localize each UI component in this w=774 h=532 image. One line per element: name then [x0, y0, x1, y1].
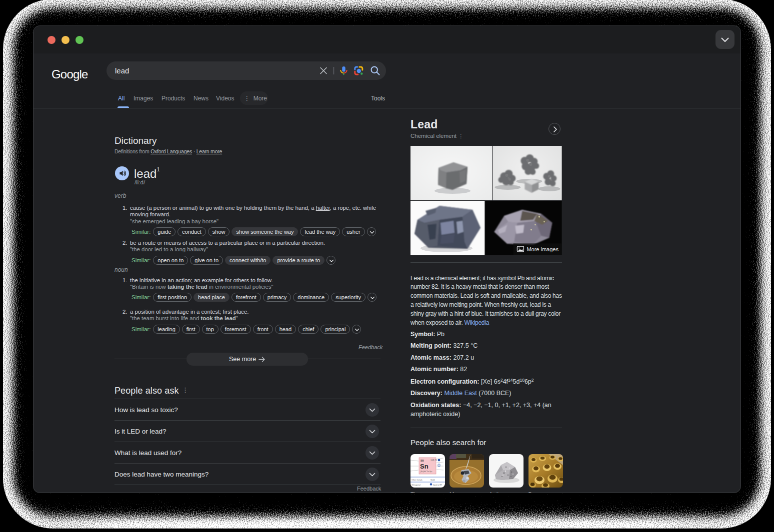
- svg-text:50: 50: [420, 459, 424, 462]
- svg-text:Sn: Sn: [420, 463, 428, 470]
- svg-text:Other metals: Other metals: [412, 479, 422, 481]
- svg-text:liquid at RT: liquid at RT: [433, 484, 442, 486]
- svg-text:Tetragonal: Tetragonal: [412, 484, 420, 486]
- svg-text:More images: More images: [526, 246, 558, 252]
- svg-text:[Kr]4d¹⁰5s²5p²: [Kr]4d¹⁰5s²5p²: [420, 471, 432, 473]
- svg-text:118.71: 118.71: [430, 459, 438, 462]
- svg-text:Solid: Solid: [430, 479, 434, 481]
